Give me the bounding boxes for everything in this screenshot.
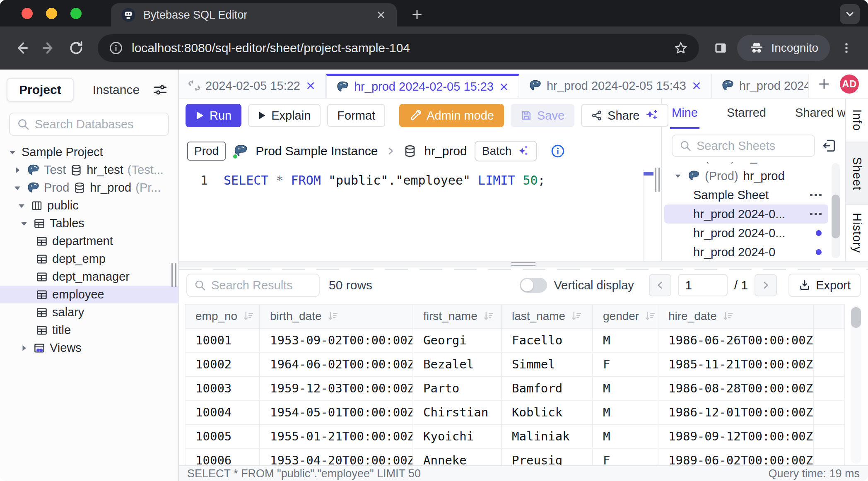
- table-row[interactable]: 100031959-12-03T00:00:00ZPartoBamfordM19…: [185, 376, 844, 400]
- add-sheet-icon[interactable]: [817, 77, 831, 91]
- minimize-window-button[interactable]: [46, 8, 57, 19]
- table-row[interactable]: 100051955-01-21T00:00:00ZKyoichiMaliniak…: [185, 424, 844, 448]
- environment-chip[interactable]: Prod: [187, 142, 226, 161]
- sheet-search-input[interactable]: [697, 139, 808, 153]
- column-header[interactable]: first_name: [413, 304, 502, 328]
- export-button[interactable]: Export: [788, 274, 861, 297]
- close-tab-icon[interactable]: [375, 9, 387, 21]
- results-search-input[interactable]: [211, 279, 312, 292]
- sql-code-editor[interactable]: 1 SELECT * FROM "public"."employee" LIMI…: [179, 170, 661, 261]
- sheet-group[interactable]: (Prod) hr_prod: [662, 166, 845, 185]
- bookmark-star-icon[interactable]: [673, 41, 688, 55]
- filter-settings-icon[interactable]: [152, 82, 168, 98]
- share-button[interactable]: Share: [581, 104, 668, 127]
- info-icon[interactable]: [550, 144, 565, 159]
- tab-project[interactable]: Project: [7, 78, 74, 102]
- chevron-down-icon[interactable]: [17, 201, 27, 211]
- batch-button[interactable]: Batch: [475, 141, 538, 161]
- sort-icon[interactable]: [327, 310, 339, 322]
- prev-page-button[interactable]: [649, 274, 671, 296]
- sort-icon[interactable]: [722, 310, 734, 322]
- results-resize-handle[interactable]: [179, 261, 868, 267]
- browser-tab[interactable]: Bytebase SQL Editor: [111, 3, 397, 26]
- tab-sheet[interactable]: Sheet: [846, 142, 868, 205]
- editor-tab-active[interactable]: hr_prod 2024-02-05 15:23: [326, 74, 519, 98]
- sheet-menu-icon[interactable]: [810, 194, 822, 196]
- sort-icon[interactable]: [482, 310, 495, 322]
- editor-tab[interactable]: hr_prod 2024-0: [712, 74, 809, 98]
- database-name[interactable]: hr_prod: [424, 144, 467, 158]
- sort-icon[interactable]: [570, 310, 583, 322]
- sort-icon[interactable]: [644, 310, 656, 322]
- panel-resize-handle[interactable]: [655, 168, 660, 192]
- tab-shared[interactable]: Shared w: [793, 99, 845, 129]
- table-row[interactable]: 100021964-06-02T00:00:00ZBezalelSimmelF1…: [185, 352, 844, 376]
- column-header[interactable]: gender: [593, 304, 658, 328]
- ai-sparkles-icon[interactable]: [644, 108, 658, 123]
- tab-mine[interactable]: Mine: [670, 99, 699, 129]
- tab-history[interactable]: History: [846, 205, 868, 261]
- database-search[interactable]: [9, 113, 169, 136]
- database-search-input[interactable]: [35, 118, 162, 131]
- tree-node-table[interactable]: dept_emp: [0, 250, 178, 268]
- sheet-item-clipped[interactable]: hr_prod 2024-0: [664, 243, 828, 261]
- sql-code-line[interactable]: SELECT * FROM "public"."employee" LIMIT …: [224, 170, 545, 261]
- tree-node-tables-group[interactable]: Tables: [0, 214, 178, 232]
- sheet-group-clipped[interactable]: (Test) hr_test: [662, 162, 845, 166]
- tree-node-views-group[interactable]: Views: [0, 339, 178, 357]
- scrollbar-thumb[interactable]: [832, 195, 840, 238]
- editor-tab[interactable]: hr_prod 2024-02-05 15:43: [519, 74, 712, 98]
- run-button[interactable]: Run: [186, 104, 241, 127]
- new-tab-button[interactable]: [407, 4, 427, 25]
- chevron-down-icon[interactable]: [12, 183, 22, 193]
- chevron-down-icon[interactable]: [19, 219, 29, 228]
- tree-node-prod-db[interactable]: Prod hr_prod (Pr...: [0, 179, 178, 197]
- tab-search-button[interactable]: [840, 4, 860, 24]
- tab-instance[interactable]: Instance: [93, 83, 140, 97]
- close-icon[interactable]: [691, 80, 702, 91]
- next-page-button[interactable]: [755, 274, 777, 296]
- side-panel-icon[interactable]: [710, 37, 731, 59]
- page-number-input[interactable]: [678, 274, 728, 296]
- table-row[interactable]: 100041954-05-01T00:00:00ZChirstianKoblic…: [185, 400, 844, 424]
- column-header[interactable]: emp_no: [185, 304, 260, 328]
- vertical-display-toggle[interactable]: [520, 278, 547, 293]
- chevron-down-icon[interactable]: [673, 171, 682, 180]
- tree-node-test-db[interactable]: Test hr_test (Test...: [0, 161, 178, 179]
- tree-node-project[interactable]: Sample Project: [0, 143, 178, 161]
- format-button[interactable]: Format: [327, 104, 385, 127]
- zoom-window-button[interactable]: [70, 8, 82, 19]
- save-button[interactable]: Save: [511, 104, 574, 127]
- address-bar[interactable]: localhost:8080/sql-editor/sheet/project-…: [98, 34, 699, 62]
- sheet-search[interactable]: [672, 135, 815, 157]
- chevron-down-icon[interactable]: [7, 147, 17, 157]
- sidebar-resize-handle[interactable]: [171, 263, 176, 287]
- table-row[interactable]: 100011953-09-02T00:00:00ZGeorgiFacelloM1…: [185, 328, 844, 352]
- tab-starred[interactable]: Starred: [725, 99, 768, 129]
- sheet-item[interactable]: hr_prod 2024-0...: [664, 224, 828, 243]
- sheet-list-scrollbar[interactable]: [832, 163, 840, 258]
- incognito-badge[interactable]: Incognito: [737, 35, 830, 61]
- column-header[interactable]: birth_date: [260, 304, 413, 328]
- table-row-clipped[interactable]: 100061953-04-20T00:00:00ZAnnekePreusigF1…: [185, 448, 844, 465]
- results-scrollbar[interactable]: [851, 305, 861, 464]
- tree-node-table[interactable]: salary: [0, 303, 178, 321]
- sort-icon[interactable]: [242, 310, 255, 322]
- instance-name[interactable]: Prod Sample Instance: [256, 144, 378, 158]
- tree-node-table-selected[interactable]: employee: [0, 286, 178, 303]
- tree-node-table[interactable]: title: [0, 321, 178, 339]
- scrollbar-thumb[interactable]: [851, 307, 861, 328]
- tab-info[interactable]: Info: [846, 99, 868, 142]
- close-icon[interactable]: [499, 82, 509, 92]
- tree-node-table[interactable]: dept_manager: [0, 268, 178, 286]
- editor-minimap[interactable]: [643, 170, 653, 261]
- column-header[interactable]: hire_date: [658, 304, 813, 328]
- chevron-right-icon[interactable]: [19, 343, 29, 353]
- sheet-item[interactable]: Sample Sheet: [664, 185, 828, 204]
- explain-button[interactable]: Explain: [248, 104, 321, 127]
- reload-icon[interactable]: [65, 37, 87, 59]
- site-info-icon[interactable]: [108, 41, 123, 55]
- forward-icon[interactable]: [38, 37, 60, 59]
- close-window-button[interactable]: [22, 8, 33, 19]
- editor-tab[interactable]: 2024-02-05 15:22: [179, 74, 326, 98]
